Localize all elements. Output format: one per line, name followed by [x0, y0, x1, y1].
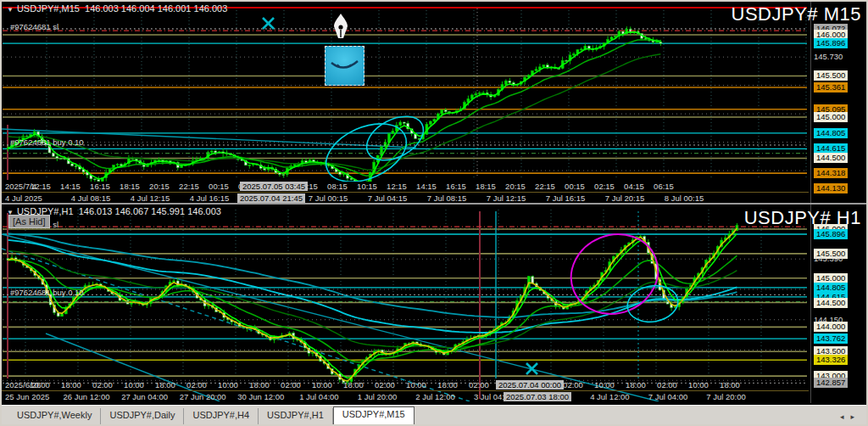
- m15-plot-canvas[interactable]: [2, 2, 809, 182]
- axis-time-label: 16:15: [90, 182, 110, 191]
- price-scale-label: 145.390: [814, 254, 843, 264]
- price-scale-label: 145.730: [814, 52, 843, 62]
- drawn-ellipse: [559, 221, 670, 327]
- chart-h1[interactable]: ▼USDJPY#,H1 146.013 146.067 145.991 146.…: [2, 205, 866, 403]
- axis-time-label: 1 Jul 04:00: [299, 392, 338, 401]
- axis-time-label: 10:00: [30, 380, 50, 390]
- drawn-ellipse: [317, 112, 415, 182]
- ma-slow: [8, 251, 737, 348]
- crosshair-time-label: 2025.07.04 21:45: [237, 193, 305, 203]
- m15-time-axis-row2[interactable]: 4 Jul 20254 Jul 08:154 Jul 12:154 Jul 16…: [2, 193, 809, 204]
- m15-watermark: USDJPY# M15: [732, 3, 861, 25]
- axis-time-label: 18:00: [343, 380, 364, 390]
- axis-time-label: 02:15: [594, 182, 615, 191]
- price-scale-label: 145.000: [814, 273, 848, 283]
- axis-time-label: 00:15: [209, 182, 229, 191]
- axis-separator: [2, 192, 809, 193]
- axis-time-label: 18:15: [120, 182, 140, 191]
- axis-time-label: 06:15: [654, 182, 674, 191]
- m15-open-value: 146.003: [85, 3, 119, 14]
- m15-chart-title: ▼USDJPY#,M15 146.003 146.004 146.001 146…: [7, 3, 227, 14]
- price-scale-label: 144.000: [814, 322, 848, 332]
- axis-time-label: 02:00: [281, 380, 301, 390]
- axis-time-label: 10:15: [357, 182, 377, 191]
- axis-time-label: 7 Jul 12:15: [487, 193, 526, 203]
- axis-time-label: 10:00: [688, 380, 709, 390]
- pen-nib-icon[interactable]: [331, 13, 351, 45]
- axis-time-label: 18:00: [437, 380, 458, 390]
- axis-time-label: 10:00: [218, 380, 238, 390]
- axis-time-label: 4 Jul 16:15: [190, 193, 229, 203]
- axis-time-label: 27 Jun 20:00: [180, 392, 226, 401]
- axis-time-label: 04:15: [624, 182, 644, 191]
- axis-time-label: 7 Jul 16:15: [546, 193, 585, 203]
- axis-time-label: 16:15: [446, 182, 466, 191]
- axis-time-label: 7 Jul 04:15: [368, 193, 407, 203]
- axis-time-label: 02:00: [563, 380, 583, 390]
- price-scale-label: 145.500: [814, 70, 848, 81]
- chart-m15[interactable]: ▼USDJPY#,M15 146.003 146.004 146.001 146…: [2, 2, 866, 205]
- axis-time-label: 7 Jul 00:15: [309, 193, 348, 203]
- tab-usdjpy-weekly[interactable]: USDJPY#,Weekly: [8, 408, 101, 424]
- axis-time-label: 7 Jul 20:15: [605, 193, 644, 203]
- axis-time-label: 00:15: [565, 182, 585, 191]
- price-scale-label: 143.762: [814, 334, 848, 344]
- axis-time-label: 30 Jun 12:00: [237, 392, 284, 401]
- h1-price-scale[interactable]: 146.000145.896145.500145.390145.000144.8…: [810, 205, 866, 403]
- chart-tab-bar: USDJPY#,WeeklyUSDJPY#,DailyUSDJPY#,H4USD…: [2, 405, 866, 424]
- tab-scroll-left-icon[interactable]: ◂: [840, 412, 851, 421]
- axis-time-label: 22:15: [179, 182, 199, 191]
- axis-time-label: 18:00: [61, 380, 81, 390]
- m15-price-scale[interactable]: 146.072146.000145.896145.730145.500145.3…: [810, 2, 866, 203]
- m15-stoploss-label[interactable]: #97624681 sl: [10, 22, 58, 31]
- hidden-object-badge[interactable]: [As Hid]: [8, 215, 50, 228]
- tab-usdjpy-h1[interactable]: USDJPY#,H1: [259, 408, 333, 424]
- m15-time-axis-row1[interactable]: 2025/7/412:1514:1516:1518:1520:1522:1500…: [2, 182, 809, 192]
- axis-time-label: 10:00: [312, 380, 332, 390]
- crosshair-time-label: 2025.07.05 03:45: [240, 182, 308, 191]
- chart-image-badge[interactable]: [325, 46, 364, 86]
- h1-watermark: USDJPY# H1: [744, 207, 861, 229]
- chevron-down-icon[interactable]: ▼: [7, 6, 14, 14]
- axis-time-label: 8 Jul 00:15: [665, 193, 704, 203]
- price-scale-label: 142.857: [814, 378, 848, 388]
- h1-high-value: 146.067: [115, 206, 149, 216]
- tab-usdjpy-daily[interactable]: USDJPY#,Daily: [101, 408, 184, 424]
- axis-time-label: 18:00: [720, 380, 740, 390]
- axis-time-label: 18:00: [155, 380, 175, 390]
- axis-time-label: 12:15: [31, 182, 51, 191]
- axis-time-label: 02:00: [375, 380, 395, 390]
- h1-low-value: 145.991: [151, 206, 185, 216]
- h1-plot-canvas[interactable]: [2, 205, 809, 401]
- axis-time-label: 02:00: [186, 380, 207, 390]
- tab-usdjpy-h4[interactable]: USDJPY#,H4: [184, 408, 259, 424]
- h1-buy-position-label[interactable]: #97624681 buy 0.10: [10, 288, 84, 297]
- h1-close-value: 146.003: [187, 206, 221, 216]
- axis-time-label: 14:15: [60, 182, 81, 191]
- price-scale-label: 144.318: [814, 168, 848, 178]
- axis-time-label: 7 Jul 08:15: [427, 193, 466, 203]
- axis-time-label: 08:15: [327, 182, 348, 191]
- crosshair-time-label: 2025.07.03 18:00: [504, 392, 571, 401]
- ma-cyan-slow: [8, 240, 737, 333]
- crosshair-time-label: 2025.07.04 00:00: [496, 380, 564, 390]
- ma-yellow: [8, 228, 737, 381]
- m15-buy-position-label[interactable]: #97624681 buy 0.10: [10, 137, 84, 147]
- price-scale-label: 145.361: [814, 82, 848, 92]
- tab-usdjpy-m15[interactable]: USDJPY#,M15: [333, 406, 415, 424]
- axis-time-label: 26 Jun 12:00: [64, 392, 110, 401]
- axis-time-label: 20:15: [505, 182, 526, 191]
- axis-time-label: 12:15: [387, 182, 407, 191]
- tab-scroll-right-icon[interactable]: ▸: [850, 412, 861, 421]
- m15-high-value: 146.004: [121, 3, 155, 14]
- axis-time-label: 27 Jun 04:00: [121, 392, 168, 401]
- tab-scroll-arrows[interactable]: ◂▸: [840, 412, 861, 421]
- axis-time-label: 10:00: [124, 380, 144, 390]
- axis-time-label: 14:15: [416, 182, 437, 191]
- h1-time-axis-row2[interactable]: 25 Jun 202526 Jun 12:0027 Jun 04:0027 Ju…: [2, 392, 809, 402]
- h1-time-axis-row1[interactable]: 2025/6/2610:0018:0002:0010:0018:0002:001…: [2, 380, 809, 390]
- mt4-window: ▼USDJPY#,M15 146.003 146.004 146.001 146…: [0, 0, 868, 426]
- axis-time-label: 7 Jul 20:00: [706, 392, 745, 401]
- axis-time-label: 1 Jul 20:00: [358, 392, 397, 401]
- m15-low-value: 146.001: [158, 3, 192, 14]
